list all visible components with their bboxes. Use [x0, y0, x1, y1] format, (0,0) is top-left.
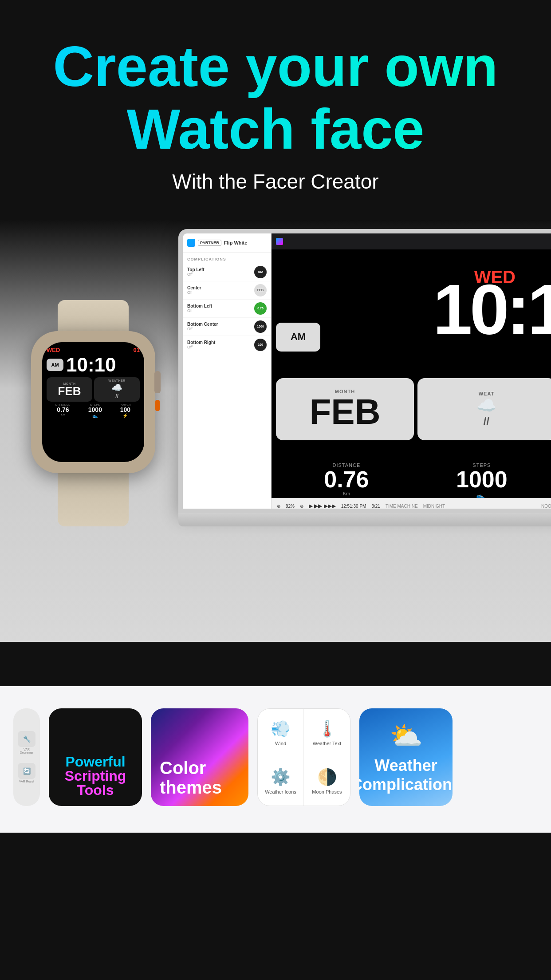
complication-bottom-center[interactable]: Bottom Center Off 1000: [183, 318, 271, 336]
moon-phases-cell: 🌗 Moon Phases: [304, 757, 350, 806]
watch-month-tile: MONTH FEB: [47, 377, 92, 402]
wf-time: 10:1: [433, 274, 551, 345]
weather-icons-card: 💨 Wind 🌡️ Weather Text ⚙️ Weather Icons …: [257, 708, 350, 806]
wf-weather-icon: ☁️: [476, 396, 496, 415]
weather-text-label: Weather Text: [313, 741, 341, 746]
var-reset-label: VAR Reset: [19, 780, 34, 783]
moon-phases-icon: 🌗: [317, 768, 337, 786]
toolbar-zoom: 92%: [286, 504, 295, 509]
toolbar-noon: NOON: [541, 504, 551, 509]
weather-icons-label: Weather Icons: [265, 789, 296, 794]
watch-power-label: POWER: [120, 403, 131, 406]
wf-am: AM: [276, 323, 320, 352]
laptop-mockup: PARTNER Flip White COMPLICATIONS Top Lef…: [178, 229, 551, 531]
watch-distance-unit: Km: [55, 413, 71, 416]
watch-body: WED 01 AM 10:10 MONTH FEB WEATHER ☁: [31, 331, 155, 473]
watch-wind-lines: //: [115, 393, 118, 399]
facer-logo: [276, 238, 283, 245]
wf-steps-value: 1000: [456, 468, 508, 491]
scripting-tools-card: Powerful Scripting Tools: [49, 708, 142, 806]
laptop-frame: PARTNER Flip White COMPLICATIONS Top Lef…: [178, 229, 551, 513]
weather-text-icon: 🌡️: [317, 719, 337, 738]
watch-crown: [154, 371, 161, 393]
complication-bottom-left[interactable]: Bottom Left Off 0.76: [183, 300, 271, 318]
features-row: 🔧 VAR Decremer 🔄 VAR Reset Powerful Scri…: [13, 708, 538, 806]
watch-power-icon: ⚡: [120, 413, 131, 418]
weather-comp-cloud-icon: ⛅: [390, 720, 423, 751]
watch-band-top: [58, 300, 129, 331]
wind-label: Wind: [275, 741, 286, 746]
toolbar-controls[interactable]: ⊕: [277, 504, 280, 509]
hero-title-line2: Watch face: [18, 98, 533, 161]
partial-left-card: 🔧 VAR Decremer 🔄 VAR Reset: [13, 708, 40, 806]
watch-day: WED: [47, 347, 60, 353]
complication-bottom-right[interactable]: Bottom Right Off 100: [183, 336, 271, 354]
scripting-title-tools: Scripting Tools: [58, 769, 133, 797]
weather-comp-label: Weather Complications: [359, 756, 453, 794]
laptop-watch-face: WED 10:1 AM MONTH FEB: [272, 233, 551, 509]
svg-rect-0: [187, 239, 195, 247]
weather-icons-cell: ⚙️ Weather Icons: [258, 757, 304, 806]
watch-band-bottom: [58, 473, 129, 526]
laptop-base: [178, 513, 551, 526]
color-themes-card: Color themes: [151, 708, 248, 806]
wf-wind-icon: //: [484, 415, 489, 427]
toolbar-time-machine-label: TIME MACHINE: [386, 504, 418, 509]
laptop-sidebar: PARTNER Flip White COMPLICATIONS Top Lef…: [183, 233, 272, 509]
wind-icon: 💨: [271, 719, 291, 738]
complications-label: COMPLICATIONS: [183, 253, 271, 263]
watch-weather-tile: WEATHER ☁️ //: [94, 377, 140, 402]
watch-steps-label: STEPS: [88, 403, 102, 406]
watch-power-value: 100: [120, 406, 131, 413]
watch-button: [155, 400, 160, 411]
weather-complications-card: ⛅ Weather Complications: [359, 708, 453, 806]
features-section: 🔧 VAR Decremer 🔄 VAR Reset Powerful Scri…: [0, 686, 551, 833]
toolbar-time: 12:51:30 PM: [341, 504, 366, 509]
device-section: PARTNER Flip White COMPLICATIONS Top Lef…: [0, 220, 551, 642]
complication-top-left[interactable]: Top Left Off AM: [183, 263, 271, 281]
wf-distance-value: 0.76: [324, 468, 369, 491]
hero-section: Create your own Watch face With the Face…: [0, 0, 551, 220]
app-title: Flip White: [224, 240, 248, 245]
color-themes-label: Color themes: [160, 758, 240, 797]
watch-time: 10:10: [66, 355, 116, 375]
watch-date: 01: [134, 347, 140, 353]
watch-mockup: WED 01 AM 10:10 MONTH FEB WEATHER ☁: [22, 300, 164, 486]
watch-screen: WED 01 AM 10:10 MONTH FEB WEATHER ☁: [42, 342, 144, 462]
var-decremer-label: VAR Decremer: [18, 748, 35, 754]
watch-month-value: FEB: [58, 385, 81, 397]
watch-distance-label: DISTANCE: [55, 403, 71, 406]
complication-center[interactable]: Center Off FEB: [183, 281, 271, 300]
hero-subtitle: With the Facer Creator: [18, 170, 533, 194]
watch-weather-label: WEATHER: [108, 379, 125, 382]
watch-am: AM: [47, 359, 63, 371]
weather-icons-icon: ⚙️: [271, 768, 291, 786]
laptop-screen: PARTNER Flip White COMPLICATIONS Top Lef…: [183, 233, 551, 509]
scripting-title-powerful: Powerful: [58, 755, 133, 769]
toolbar-minus[interactable]: ⊖: [300, 504, 303, 509]
watch-weather-icon: ☁️: [111, 382, 122, 393]
sidebar-header: PARTNER Flip White: [183, 233, 271, 253]
weather-text-cell: 🌡️ Weather Text: [304, 709, 350, 758]
toolbar-date: 3/21: [371, 504, 380, 509]
wf-weather-label: WEAT: [479, 391, 495, 396]
var-decremer-icon: 🔧: [18, 731, 35, 747]
scripting-text: Powerful Scripting Tools: [58, 755, 133, 797]
watch-distance-value: 0.76: [55, 406, 71, 413]
wf-month-value: FEB: [310, 394, 381, 430]
watch-steps-value: 1000: [88, 406, 102, 413]
partner-badge: PARTNER: [198, 240, 221, 246]
toolbar-play[interactable]: ▶ ▶▶ ▶▶▶: [309, 503, 336, 509]
hero-title-line1: Create your own: [18, 36, 533, 98]
wind-cell: 💨 Wind: [258, 709, 304, 758]
var-reset-icon: 🔄: [18, 763, 35, 779]
moon-phases-label: Moon Phases: [312, 789, 342, 794]
watch-steps-icon: 👟: [88, 413, 102, 418]
toolbar-midnight: MIDNIGHT: [423, 504, 445, 509]
